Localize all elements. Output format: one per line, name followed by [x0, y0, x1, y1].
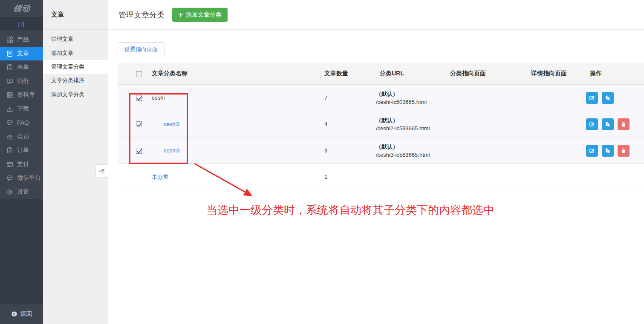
submenu-item-sort-categories[interactable]: 文章分类排序	[43, 74, 108, 87]
table-header-row: 文章分类名称 文章数量 分类URL 分类指向页面 详情指向页面 操作	[118, 63, 644, 85]
edit-button[interactable]	[586, 92, 598, 104]
category-table: 文章分类名称 文章数量 分类URL 分类指向页面 详情指向页面 操作 ceshi…	[118, 63, 644, 190]
page-header: 管理文章分类 添加文章分类	[109, 0, 644, 30]
category-name-link[interactable]: ceshi3	[164, 147, 180, 154]
table-row: ceshi3 3 （默认） /ceshi3-ic583665.html	[118, 138, 644, 164]
quote-icon: ¥	[6, 78, 13, 85]
sidebar-item-orders[interactable]: 订单	[0, 143, 43, 158]
back-button[interactable]: 返回	[0, 304, 43, 324]
back-circle-icon	[11, 311, 17, 317]
primary-sidebar: 领动 ||| 产品 文章 表单 ¥ 询价 资料库 下载 FAQ	[0, 0, 43, 324]
settings-gear-icon	[6, 189, 13, 195]
category-url: /ceshi2-ic593665.html	[376, 124, 444, 132]
sidebar-item-quotes[interactable]: ¥ 询价	[0, 75, 43, 89]
article-icon	[6, 50, 13, 57]
trash-icon	[621, 121, 627, 127]
sidebar-item-payments[interactable]: 支付	[0, 158, 43, 172]
article-count: 3	[318, 147, 373, 154]
category-name-link[interactable]: ceshi2	[164, 121, 180, 127]
submenu-item-manage-articles[interactable]: 管理文章	[43, 32, 108, 46]
sidebar-item-downloads[interactable]: 下载	[0, 102, 43, 116]
page-body: 设置指向页面 文章分类名称 文章数量 分类URL 分类指向页面 详情指向页面 操…	[109, 30, 644, 190]
wechat-icon	[6, 175, 13, 181]
submenu-title: 文章	[43, 0, 108, 30]
member-crown-icon	[6, 133, 13, 140]
table-row: ceshi 7 （默认） /ceshi-ic503665.html	[118, 85, 644, 111]
row-checkbox[interactable]	[136, 121, 142, 127]
copy-icon	[605, 148, 611, 154]
column-header-url: 分类URL	[373, 70, 444, 77]
delete-button[interactable]	[618, 145, 630, 157]
sidebar-item-wechat[interactable]: 微信平台	[0, 171, 43, 185]
category-url: /ceshi3-ic583665.html	[376, 151, 444, 159]
article-count: 4	[318, 121, 373, 127]
submenu-item-manage-categories[interactable]: 管理文章分类	[43, 60, 108, 74]
url-default-label: （默认）	[376, 143, 444, 151]
annotation-note: 当选中一级分类时，系统将自动将其子分类下的内容都选中	[206, 203, 494, 218]
secondary-sidebar: 文章 管理文章 添加文章 管理文章分类 文章分类排序 添加文章分类	[43, 0, 108, 324]
plus-icon	[178, 12, 183, 17]
submenu-item-add-article[interactable]: 添加文章	[43, 46, 108, 60]
page-title: 管理文章分类	[118, 10, 165, 20]
edit-icon	[589, 95, 595, 101]
collapse-bars-icon: |||	[18, 20, 25, 27]
table-row: 未分类 1	[118, 164, 644, 190]
payment-card-icon	[6, 161, 13, 168]
add-category-button[interactable]: 添加文章分类	[172, 8, 228, 22]
sidebar-item-library[interactable]: 资料库	[0, 88, 43, 102]
copy-icon	[605, 95, 611, 101]
article-count: 7	[318, 95, 373, 101]
category-url: /ceshi-ic503665.html	[376, 98, 444, 106]
order-icon	[6, 147, 13, 154]
trash-icon	[621, 148, 627, 154]
app-logo: 领动	[0, 0, 43, 17]
column-header-count: 文章数量	[318, 70, 373, 77]
svg-text:¥: ¥	[9, 79, 11, 83]
column-header-name: 文章分类名称	[145, 70, 318, 77]
edit-icon	[589, 148, 595, 154]
url-default-label: （默认）	[376, 90, 444, 98]
edit-icon	[589, 121, 595, 127]
category-name: ceshi	[152, 95, 165, 101]
row-checkbox[interactable]	[136, 148, 142, 154]
sidebar-item-settings[interactable]: 设置	[0, 185, 43, 199]
row-checkbox[interactable]	[136, 95, 142, 101]
main-content: 管理文章分类 添加文章分类 设置指向页面 文章分类名称 文章数量 分类URL 分…	[109, 0, 644, 324]
select-all-checkbox[interactable]	[136, 71, 142, 77]
delete-button[interactable]	[618, 118, 630, 130]
sidebar-item-faq[interactable]: FAQ	[0, 116, 43, 130]
faq-icon	[6, 119, 13, 126]
column-header-detail-page: 详情指向页面	[525, 70, 583, 77]
copy-icon	[605, 121, 611, 127]
sidebar-item-articles[interactable]: 文章	[0, 47, 43, 61]
sidebar-item-products[interactable]: 产品	[0, 33, 43, 47]
sidebar-item-forms[interactable]: 表单	[0, 60, 43, 75]
column-header-category-page: 分类指向页面	[444, 70, 525, 77]
article-count: 1	[318, 174, 373, 180]
download-icon	[6, 106, 13, 112]
library-icon	[6, 92, 13, 98]
url-default-label: （默认）	[376, 116, 444, 124]
form-icon	[6, 64, 13, 71]
category-name-link[interactable]: 未分类	[152, 174, 168, 180]
sidebar-item-members[interactable]: 会员	[0, 130, 43, 144]
primary-menu: 产品 文章 表单 ¥ 询价 资料库 下载 FAQ 会员	[0, 30, 43, 199]
submenu-collapse-button[interactable]	[95, 164, 108, 178]
submenu-item-add-category[interactable]: 添加文章分类	[43, 88, 108, 101]
submenu-list: 管理文章 添加文章 管理文章分类 文章分类排序 添加文章分类	[43, 30, 108, 101]
edit-button[interactable]	[586, 118, 598, 130]
copy-button[interactable]	[602, 92, 614, 104]
table-row: ceshi2 4 （默认） /ceshi2-ic593665.html	[118, 111, 644, 138]
copy-button[interactable]	[602, 118, 614, 130]
column-header-actions: 操作	[583, 70, 644, 77]
outdent-icon	[98, 168, 105, 175]
set-target-page-button[interactable]: 设置指向页面	[118, 42, 165, 56]
grid-icon	[6, 36, 13, 43]
edit-button[interactable]	[586, 145, 598, 157]
copy-button[interactable]	[602, 145, 614, 157]
sidebar-collapse-handle[interactable]: |||	[0, 17, 43, 30]
